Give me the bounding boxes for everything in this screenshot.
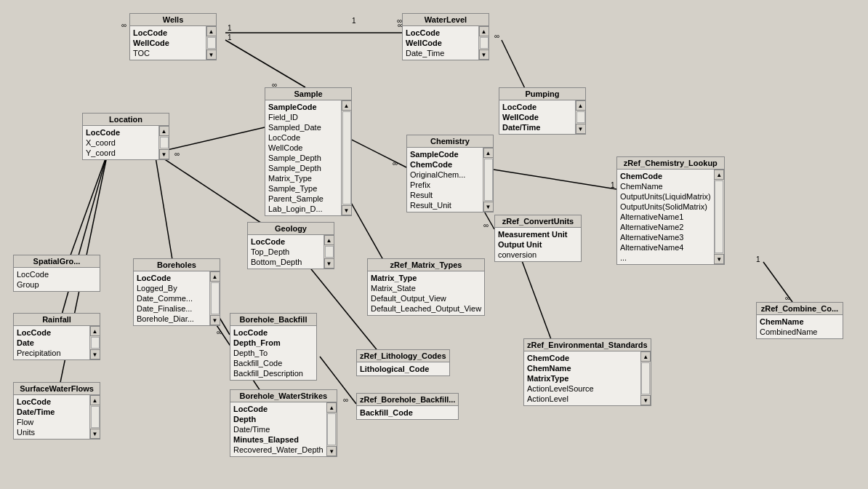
table-location[interactable]: LocationLocCodeX_coordY_coord▲▼: [82, 113, 169, 160]
scroll-up-button[interactable]: ▲: [576, 100, 586, 111]
scrollbar[interactable]: ▲▼: [89, 326, 100, 359]
scrollbar[interactable]: ▲▼: [341, 100, 351, 215]
field-row: Top_Depth: [251, 247, 321, 257]
table-header: Borehole_Backfill: [230, 314, 316, 326]
svg-text:∞: ∞: [393, 159, 398, 167]
scroll-up-button[interactable]: ▲: [206, 26, 217, 36]
table-fields: LocCodeLogged_ByDate_Comme...Date_Finali…: [134, 271, 209, 325]
scroll-down-button[interactable]: ▼: [206, 49, 217, 60]
table-header: Chemistry: [407, 135, 493, 148]
table-fields: SampleCodeChemCodeOriginalChem...PrefixR…: [407, 148, 483, 212]
field-row: Depth_From: [233, 338, 313, 348]
scroll-down-button[interactable]: ▼: [576, 124, 586, 134]
table-boreholes[interactable]: BoreholesLocCodeLogged_ByDate_Comme...Da…: [133, 258, 220, 326]
scroll-down-button[interactable]: ▼: [342, 205, 352, 215]
table-zref-matrix-types[interactable]: zRef_Matrix_TypesMatrix_TypeMatrix_State…: [367, 258, 485, 316]
table-header: WaterLevel: [403, 14, 489, 26]
scrollbar[interactable]: ▲▼: [575, 100, 585, 134]
table-zref-convertunits[interactable]: zRef_ConvertUnitsMeasurement UnitOutput …: [494, 215, 582, 262]
scrollbar[interactable]: ▲▼: [326, 402, 337, 456]
field-row: Result_Unit: [410, 200, 480, 210]
field-row: ChemCode: [410, 159, 480, 170]
field-row: ActionLevel: [527, 394, 638, 404]
table-header: zRef_Chemistry_Lookup: [617, 157, 724, 170]
table-zref-combine-co---[interactable]: zRef_Combine_Co...ChemNameCombinedName: [756, 302, 843, 339]
scrollbar[interactable]: ▲▼: [478, 26, 489, 60]
scroll-up-button[interactable]: ▲: [210, 271, 220, 282]
field-row: Bottom_Depth: [251, 257, 321, 267]
field-row: TOC: [133, 48, 203, 58]
table-zref-lithology-codes[interactable]: zRef_Lithology_CodesLithological_Code: [356, 349, 450, 376]
scroll-up-button[interactable]: ▲: [90, 326, 100, 336]
table-spatialgro---[interactable]: SpatialGro...LocCodeGroup: [13, 255, 100, 292]
scroll-up-button[interactable]: ▲: [483, 148, 494, 158]
table-waterlevel[interactable]: WaterLevelLocCodeWellCodeDate_Time▲▼: [402, 13, 489, 60]
table-geology[interactable]: GeologyLocCodeTop_DepthBottom_Depth▲▼: [247, 222, 334, 269]
scroll-down-button[interactable]: ▼: [479, 49, 489, 60]
scrollbar[interactable]: ▲▼: [324, 235, 334, 269]
scroll-down-button[interactable]: ▼: [326, 446, 337, 456]
scrollbar[interactable]: ▲▼: [483, 148, 493, 212]
field-row: WellCode: [268, 143, 338, 153]
table-body: LocCodeWellCodeDate_Time▲▼: [403, 26, 489, 60]
table-pumping[interactable]: PumpingLocCodeWellCodeDate/Time▲▼: [499, 87, 586, 135]
scroll-down-button[interactable]: ▼: [714, 254, 724, 264]
table-body: LocCodeWellCodeDate/Time▲▼: [499, 100, 585, 134]
field-row: Recovered_Water_Depth: [233, 445, 324, 455]
scroll-up-button[interactable]: ▲: [640, 351, 651, 362]
table-wells[interactable]: WellsLocCodeWellCodeTOC▲▼: [129, 13, 217, 60]
table-header: Boreholes: [134, 259, 220, 271]
scrollbar[interactable]: ▲▼: [158, 126, 169, 159]
table-fields: ChemCodeChemNameOutputUnits(LiquidMatrix…: [617, 170, 714, 264]
table-header: Sample: [265, 88, 351, 100]
table-borehole-backfill[interactable]: Borehole_BackfillLocCodeDepth_FromDepth_…: [230, 313, 317, 381]
field-row: AlternativeName4: [620, 242, 711, 253]
table-chemistry[interactable]: ChemistrySampleCodeChemCodeOriginalChem.…: [406, 135, 494, 212]
table-body: Backfill_Code: [357, 406, 458, 419]
table-sample[interactable]: SampleSampleCodeField_IDSampled_DateLocC…: [265, 87, 352, 216]
field-row: Precipitation: [17, 348, 87, 358]
scrollbar[interactable]: ▲▼: [206, 26, 216, 60]
scrollbar[interactable]: ▲▼: [640, 351, 651, 405]
scroll-down-button[interactable]: ▼: [324, 258, 334, 269]
scroll-up-button[interactable]: ▲: [324, 235, 334, 245]
field-row: Depth_To: [233, 348, 313, 358]
diagram-canvas: 1 ∞ 1 1 ∞ ∞ ∞ ∞ ∞ ∞ ∞ ∞ ∞ ∞ ∞: [0, 0, 868, 489]
table-zref-environmental-standards[interactable]: zRef_Environmental_StandardsChemCodeChem…: [523, 338, 651, 406]
table-body: SampleCodeChemCodeOriginalChem...PrefixR…: [407, 148, 493, 212]
svg-line-24: [480, 167, 616, 189]
table-fields: LocCodeX_coordY_coord: [83, 126, 158, 159]
table-zref-chemistry-lookup[interactable]: zRef_Chemistry_LookupChemCodeChemNameOut…: [616, 156, 725, 265]
scrollbar[interactable]: ▲▼: [714, 170, 724, 264]
scroll-down-button[interactable]: ▼: [90, 429, 100, 439]
field-row: ChemName: [527, 363, 638, 373]
table-body: ChemCodeChemNameMatrixTypeActionLevelSou…: [524, 351, 651, 405]
scroll-down-button[interactable]: ▼: [483, 202, 494, 212]
table-fields: LocCodeDepth_FromDepth_ToBackfill_CodeBa…: [230, 326, 316, 380]
scrollbar[interactable]: ▲▼: [209, 271, 220, 325]
scrollbar[interactable]: ▲▼: [89, 395, 100, 439]
field-row: Matrix_State: [371, 283, 481, 293]
table-surfacewaterflows[interactable]: SurfaceWaterFlowsLocCodeDate/TimeFlowUni…: [13, 382, 100, 440]
scroll-down-button[interactable]: ▼: [159, 149, 169, 159]
scroll-down-button[interactable]: ▼: [90, 349, 100, 359]
field-row: WellCode: [502, 112, 572, 122]
table-borehole-waterstrikes[interactable]: Borehole_WaterStrikesLocCodeDepthDate/Ti…: [230, 389, 337, 457]
scroll-up-button[interactable]: ▲: [326, 402, 337, 413]
table-zref-borehole-backfill---[interactable]: zRef_Borehole_Backfill...Backfill_Code: [356, 393, 459, 420]
field-row: LocCode: [251, 236, 321, 247]
scroll-up-button[interactable]: ▲: [90, 395, 100, 405]
scroll-track: [91, 406, 100, 428]
field-row: Units: [17, 427, 87, 437]
scroll-down-button[interactable]: ▼: [210, 315, 220, 325]
field-row: Lithological_Code: [360, 364, 446, 374]
svg-text:∞: ∞: [174, 150, 180, 158]
scroll-up-button[interactable]: ▲: [714, 170, 724, 180]
scroll-up-button[interactable]: ▲: [159, 126, 169, 136]
table-fields: Measurement UnitOutput Unitconversion: [495, 228, 581, 261]
table-rainfall[interactable]: RainfallLocCodeDatePrecipitation▲▼: [13, 313, 100, 360]
svg-line-14: [65, 153, 108, 269]
scroll-up-button[interactable]: ▲: [479, 26, 489, 36]
scroll-up-button[interactable]: ▲: [342, 100, 352, 111]
scroll-down-button[interactable]: ▼: [640, 395, 651, 405]
